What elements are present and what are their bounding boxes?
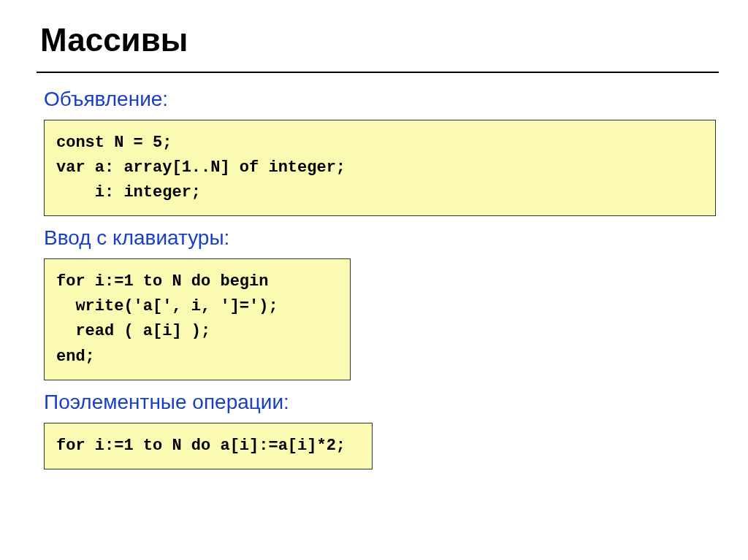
section-heading-input: Ввод с клавиатуры:: [44, 226, 719, 250]
code-line: var a: array[1..N] of integer;: [56, 156, 703, 180]
code-line: end;: [56, 345, 338, 369]
slide-title: Массивы: [40, 22, 719, 58]
code-line: i: integer;: [56, 180, 703, 205]
code-line: read ( a[i] );: [56, 319, 338, 344]
code-line: for i:=1 to N do begin: [56, 269, 338, 294]
title-divider: [37, 72, 719, 73]
section-heading-operations: Поэлементные операции:: [44, 391, 719, 414]
code-line: for i:=1 to N do a[i]:=a[i]*2;: [56, 434, 360, 459]
code-line: const N = 5;: [56, 131, 703, 156]
code-box-declaration: const N = 5; var a: array[1..N] of integ…: [44, 120, 716, 216]
code-line: write('a[', i, ']=');: [56, 294, 338, 319]
code-box-input: for i:=1 to N do begin write('a[', i, ']…: [44, 258, 351, 380]
section-heading-declaration: Объявление:: [44, 88, 719, 111]
slide-content: Объявление: const N = 5; var a: array[1.…: [37, 88, 719, 469]
code-box-operations: for i:=1 to N do a[i]:=a[i]*2;: [44, 423, 373, 469]
